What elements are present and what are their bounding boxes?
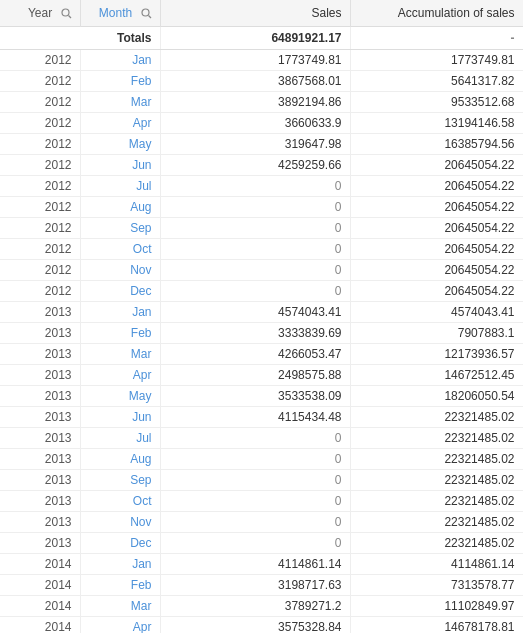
row-year: 2012	[0, 281, 80, 302]
totals-row: Totals 64891921.17 -	[0, 27, 523, 50]
row-accum: 11102849.97	[350, 596, 523, 617]
svg-point-2	[142, 9, 149, 16]
row-year: 2014	[0, 554, 80, 575]
row-accum: 22321485.02	[350, 407, 523, 428]
row-accum: 22321485.02	[350, 428, 523, 449]
table-row: 2012 Jan 1773749.81 1773749.81	[0, 50, 523, 71]
row-accum: 12173936.57	[350, 344, 523, 365]
row-month: Aug	[80, 197, 160, 218]
row-sales: 319647.98	[160, 134, 350, 155]
row-year: 2013	[0, 407, 80, 428]
svg-line-3	[148, 15, 151, 18]
year-label: Year	[28, 6, 52, 20]
row-year: 2013	[0, 302, 80, 323]
totals-label: Totals	[0, 27, 160, 50]
row-month: Apr	[80, 365, 160, 386]
row-month: Dec	[80, 533, 160, 554]
row-year: 2013	[0, 512, 80, 533]
row-month: Oct	[80, 239, 160, 260]
row-year: 2014	[0, 596, 80, 617]
row-month: May	[80, 386, 160, 407]
row-sales: 3789271.2	[160, 596, 350, 617]
row-sales: 4266053.47	[160, 344, 350, 365]
row-year: 2012	[0, 260, 80, 281]
row-sales: 0	[160, 533, 350, 554]
header-sales: Sales	[160, 0, 350, 27]
table-row: 2013 Aug 0 22321485.02	[0, 449, 523, 470]
table-row: 2012 Sep 0 20645054.22	[0, 218, 523, 239]
sales-label: Sales	[311, 6, 341, 20]
row-month: Jan	[80, 554, 160, 575]
row-accum: 22321485.02	[350, 512, 523, 533]
row-year: 2012	[0, 71, 80, 92]
row-accum: 22321485.02	[350, 533, 523, 554]
row-sales: 2498575.88	[160, 365, 350, 386]
table-row: 2012 Dec 0 20645054.22	[0, 281, 523, 302]
row-accum: 20645054.22	[350, 197, 523, 218]
row-month: Jan	[80, 302, 160, 323]
row-accum: 18206050.54	[350, 386, 523, 407]
row-sales: 0	[160, 218, 350, 239]
header-year: Year	[0, 0, 80, 27]
row-month: Dec	[80, 281, 160, 302]
row-month: Jun	[80, 407, 160, 428]
row-sales: 0	[160, 449, 350, 470]
table-row: 2013 Apr 2498575.88 14672512.45	[0, 365, 523, 386]
table-row: 2013 Nov 0 22321485.02	[0, 512, 523, 533]
accum-label: Accumulation of sales	[398, 6, 515, 20]
year-search-icon[interactable]	[60, 8, 72, 20]
row-month: Jun	[80, 155, 160, 176]
row-accum: 20645054.22	[350, 281, 523, 302]
row-accum: 20645054.22	[350, 176, 523, 197]
row-month: Sep	[80, 470, 160, 491]
table-row: 2012 Feb 3867568.01 5641317.82	[0, 71, 523, 92]
header-accum: Accumulation of sales	[350, 0, 523, 27]
row-month: Jul	[80, 428, 160, 449]
totals-sales: 64891921.17	[160, 27, 350, 50]
row-accum: 4574043.41	[350, 302, 523, 323]
row-month: Nov	[80, 260, 160, 281]
row-month: Oct	[80, 491, 160, 512]
row-month: Mar	[80, 596, 160, 617]
row-sales: 3533538.09	[160, 386, 350, 407]
table-row: 2012 Apr 3660633.9 13194146.58	[0, 113, 523, 134]
row-month: Mar	[80, 92, 160, 113]
row-sales: 3333839.69	[160, 323, 350, 344]
row-accum: 13194146.58	[350, 113, 523, 134]
table-row: 2012 May 319647.98 16385794.56	[0, 134, 523, 155]
row-sales: 0	[160, 512, 350, 533]
row-sales: 3575328.84	[160, 617, 350, 634]
table-row: 2013 Jun 4115434.48 22321485.02	[0, 407, 523, 428]
row-accum: 22321485.02	[350, 449, 523, 470]
row-sales: 4259259.66	[160, 155, 350, 176]
row-sales: 0	[160, 428, 350, 449]
table-row: 2013 Dec 0 22321485.02	[0, 533, 523, 554]
row-month: Jul	[80, 176, 160, 197]
row-year: 2013	[0, 323, 80, 344]
row-year: 2012	[0, 92, 80, 113]
row-accum: 5641317.82	[350, 71, 523, 92]
row-sales: 0	[160, 491, 350, 512]
row-sales: 3867568.01	[160, 71, 350, 92]
row-year: 2012	[0, 50, 80, 71]
row-sales: 0	[160, 470, 350, 491]
row-month: Feb	[80, 323, 160, 344]
row-month: May	[80, 134, 160, 155]
row-year: 2014	[0, 575, 80, 596]
row-accum: 16385794.56	[350, 134, 523, 155]
row-year: 2013	[0, 533, 80, 554]
row-accum: 20645054.22	[350, 260, 523, 281]
row-accum: 20645054.22	[350, 155, 523, 176]
row-year: 2013	[0, 365, 80, 386]
row-year: 2012	[0, 218, 80, 239]
row-year: 2012	[0, 155, 80, 176]
row-accum: 20645054.22	[350, 239, 523, 260]
row-accum: 4114861.14	[350, 554, 523, 575]
row-year: 2013	[0, 449, 80, 470]
row-year: 2013	[0, 428, 80, 449]
row-month: Nov	[80, 512, 160, 533]
row-month: Aug	[80, 449, 160, 470]
table-row: 2013 Jan 4574043.41 4574043.41	[0, 302, 523, 323]
month-search-icon[interactable]	[140, 8, 152, 20]
row-sales: 4574043.41	[160, 302, 350, 323]
